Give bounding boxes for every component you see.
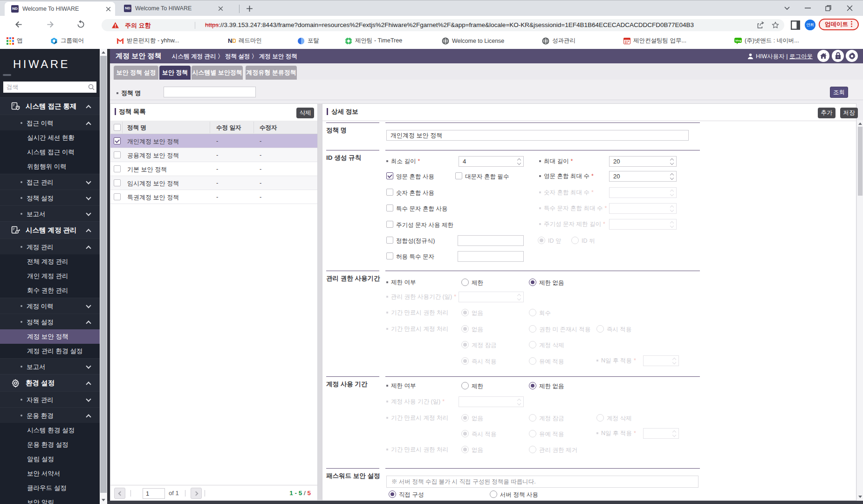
search-tabs-icon[interactable] bbox=[784, 6, 790, 11]
settings-button[interactable] bbox=[846, 50, 858, 62]
profile-avatar[interactable]: 연희 bbox=[805, 20, 815, 30]
sidebar-item-account-history[interactable]: 계정 이력 bbox=[0, 298, 100, 313]
row-checkbox[interactable] bbox=[114, 137, 121, 144]
sidebar-item-operation-env[interactable]: 운용 환경 bbox=[0, 407, 100, 423]
bookmark-redmine[interactable]: ND 레드마인 bbox=[228, 33, 262, 49]
select-all-checkbox[interactable] bbox=[114, 124, 121, 131]
tab-account-type-policy[interactable]: 계정유형 분류정책 bbox=[246, 66, 297, 80]
detail-scrollbar-thumb[interactable] bbox=[858, 127, 863, 196]
sidebar-item-resource-mgmt[interactable]: 자원 관리 bbox=[0, 391, 100, 407]
sidebar-item-system-access-control[interactable]: 시스템 접근 통제 bbox=[0, 97, 100, 115]
sidebar-item-access-mgmt[interactable]: 접근 관리 bbox=[0, 174, 100, 190]
sidebar-item-security-alert[interactable]: 보안 알림 bbox=[0, 495, 100, 504]
bookmark-consulting[interactable]: 제안컨설팅팀 업무... bbox=[623, 33, 686, 49]
home-button[interactable] bbox=[817, 50, 829, 62]
bookmark-performance[interactable]: 성과관리 bbox=[542, 33, 575, 49]
policy-row[interactable]: 임시계정 보안 정책-- bbox=[110, 176, 317, 190]
sidebar-item-revoke-authority[interactable]: 회수 권한 관리 bbox=[0, 283, 100, 298]
sidebar-item-system-access-log[interactable]: 시스템 접근 이력 bbox=[0, 145, 100, 159]
forward-icon[interactable] bbox=[45, 20, 55, 29]
window-minimize-icon[interactable] bbox=[805, 7, 811, 9]
row-checkbox[interactable] bbox=[114, 179, 121, 186]
sidebar-item-personal-accounts[interactable]: 개인 계정 관리 bbox=[0, 269, 100, 283]
sidebar-item-reports[interactable]: 보고서 bbox=[0, 205, 100, 221]
tab-close-icon[interactable] bbox=[105, 6, 111, 12]
add-button[interactable]: 추가 bbox=[818, 108, 836, 118]
tab-system-security-policy[interactable]: 시스템별 보안정책 bbox=[192, 66, 243, 80]
save-button[interactable]: 저장 bbox=[840, 108, 858, 118]
url-warning-label[interactable]: 주의 요함 bbox=[125, 21, 151, 30]
sidebar-item-account-mgmt[interactable]: 계정 관리 bbox=[0, 238, 100, 254]
sidebar-item-access-history[interactable]: 접근 이력 bbox=[0, 115, 100, 130]
sidebar-scrollbar[interactable] bbox=[100, 49, 107, 504]
search-button[interactable]: 조회 bbox=[830, 87, 848, 98]
col-policy-name[interactable]: 정책 명 bbox=[127, 124, 146, 132]
update-button[interactable]: 업데이트 bbox=[819, 19, 859, 30]
tab-close-icon[interactable] bbox=[218, 6, 224, 12]
bookmark-apps[interactable]: 앱 bbox=[7, 33, 23, 49]
policy-row[interactable]: 공용계정 보안 정책-- bbox=[110, 148, 317, 162]
scroll-up-icon[interactable] bbox=[102, 51, 105, 54]
next-page-button[interactable] bbox=[191, 488, 202, 499]
sidebar-item-account-security-policy[interactable]: 계정 보안 정책 bbox=[0, 329, 100, 344]
reload-icon[interactable] bbox=[76, 20, 86, 29]
sidebar-search-input[interactable]: 검색 bbox=[3, 82, 96, 93]
window-close-icon[interactable] bbox=[847, 5, 853, 11]
sidebar-item-alert-config[interactable]: 알림 설정 bbox=[0, 452, 100, 466]
sidebar-item-security-pledge[interactable]: 보안 서약서 bbox=[0, 466, 100, 481]
scroll-down-icon[interactable] bbox=[858, 496, 862, 498]
lock-icon bbox=[835, 52, 842, 60]
scroll-down-icon[interactable] bbox=[102, 499, 105, 501]
sidebar-item-env-settings[interactable]: 환경 설정 bbox=[0, 374, 100, 391]
tab-security-policy-config[interactable]: 보안 정책 설정 bbox=[114, 66, 158, 80]
back-icon[interactable] bbox=[14, 20, 24, 29]
bookmark-portal[interactable]: 포탈 bbox=[297, 33, 319, 49]
sidebar-item-realtime-session[interactable]: 실시간 세션 현황 bbox=[0, 130, 100, 145]
bookmark-gmail[interactable]: 받은편지함 - yhhw... bbox=[116, 33, 179, 49]
side-panel-icon[interactable] bbox=[791, 20, 800, 30]
sidebar-item-system-account-mgmt[interactable]: 시스템 계정 관리 bbox=[0, 221, 100, 238]
browser-tab-inactive[interactable]: ND Welcome To HIWARE bbox=[119, 2, 229, 15]
bookmark-star-icon[interactable] bbox=[771, 21, 780, 29]
page-input[interactable]: 1 bbox=[143, 488, 165, 499]
bookmark-netand[interactable]: blog (주)넷앤드 : 네이버... bbox=[734, 33, 799, 49]
url-bar[interactable]: 주의 요함 https://3.39.153.247:8443/frame?do… bbox=[102, 19, 784, 31]
sidebar-item-policy-config[interactable]: 정책 설정 bbox=[0, 190, 100, 205]
share-icon[interactable] bbox=[756, 21, 765, 29]
url-text[interactable]: https://3.39.153.247:8443/frame?domain=r… bbox=[205, 19, 694, 31]
bookmark-license[interactable]: Welcome to License bbox=[442, 33, 504, 49]
sidebar-item-risk-behavior[interactable]: 위험행위 이력 bbox=[0, 159, 100, 174]
sidebar-item-reports-2[interactable]: 보고서 bbox=[0, 358, 100, 374]
row-checkbox[interactable] bbox=[114, 151, 121, 158]
new-tab-icon[interactable] bbox=[246, 5, 253, 13]
sidebar-item-system-env-config[interactable]: 시스템 환경 설정 bbox=[0, 423, 100, 437]
row-checkbox[interactable] bbox=[114, 193, 121, 200]
browser-tab-active[interactable]: ND Welcome To HIWARE bbox=[5, 2, 115, 16]
col-modified-date[interactable]: 수정 일자 bbox=[216, 124, 241, 132]
delete-button[interactable]: 삭제 bbox=[296, 108, 314, 118]
window-restore-icon[interactable] bbox=[825, 5, 831, 11]
policy-row[interactable]: 기본 보안 정책-- bbox=[110, 162, 317, 176]
col-modifier[interactable]: 수정자 bbox=[260, 124, 277, 132]
lock-button[interactable] bbox=[832, 50, 844, 62]
sidebar-scrollbar-thumb[interactable] bbox=[100, 56, 107, 493]
sidebar-item-cloud-config[interactable]: 클라우드 설정 bbox=[0, 481, 100, 495]
sidebar-item-operation-env-config[interactable]: 운용 환경 설정 bbox=[0, 437, 100, 452]
sidebar-item-account-env-config[interactable]: 계정 관리 환경 설정 bbox=[0, 344, 100, 358]
tab-security-policy[interactable]: 보안 정책 bbox=[159, 66, 191, 80]
panel-gutter[interactable] bbox=[318, 103, 322, 501]
prev-page-button[interactable] bbox=[114, 488, 125, 499]
sidebar-item-all-accounts[interactable]: 전체 계정 관리 bbox=[0, 254, 100, 269]
logout-link[interactable]: 로그아웃 bbox=[789, 53, 813, 60]
policy-row[interactable]: 개인계정 보안 정책-- bbox=[110, 134, 317, 148]
policy-name-input[interactable] bbox=[164, 87, 256, 97]
policy-row[interactable]: 특권계정 보안 정책-- bbox=[110, 190, 317, 204]
scroll-up-icon[interactable] bbox=[858, 123, 862, 125]
sidebar-item-policy-config-2[interactable]: 정책 설정 bbox=[0, 313, 100, 329]
bookmark-timetree[interactable]: 제안팀 - TimeTree bbox=[345, 33, 402, 49]
warning-icon[interactable] bbox=[112, 22, 119, 28]
bookmark-groupware[interactable]: 그룹웨어 bbox=[50, 33, 84, 49]
detail-scrollbar[interactable] bbox=[856, 120, 863, 501]
row-checkbox[interactable] bbox=[114, 165, 121, 172]
browser-menu-icon[interactable] bbox=[851, 21, 852, 28]
